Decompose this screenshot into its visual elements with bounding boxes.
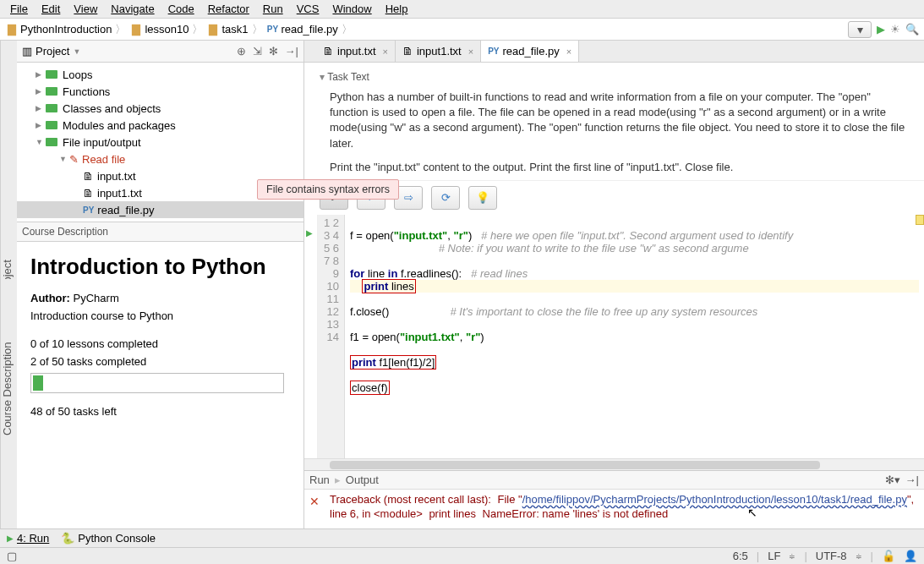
breadcrumb-task[interactable]: task1 — [221, 23, 248, 36]
breadcrumb-project[interactable]: PythonIntroduction — [20, 23, 112, 36]
collapse-all-icon[interactable]: ⇲ — [253, 45, 262, 57]
refresh-icon: ⟳ — [441, 191, 451, 204]
search-icon[interactable]: 🔍 — [905, 23, 919, 36]
hint-button[interactable]: 💡 — [468, 186, 497, 210]
traceback-code-line: print lines — [429, 507, 476, 520]
python-console-icon: 🐍 — [61, 532, 74, 545]
left-tool-strip-2[interactable]: Course Description — [0, 279, 17, 499]
python-file-icon: PY — [488, 47, 499, 56]
menu-view[interactable]: View — [67, 1, 104, 17]
lesson-icon — [46, 87, 57, 96]
refresh-task-button[interactable]: ⟳ — [431, 186, 460, 210]
run-config-dropdown[interactable]: ▾ — [848, 21, 872, 38]
tab-read-file-py[interactable]: PYread_file.py× — [481, 41, 579, 62]
run-tab[interactable]: Run — [309, 474, 330, 486]
dropdown-icon[interactable]: ▼ — [73, 47, 80, 56]
error-stripe-warning[interactable] — [916, 215, 924, 225]
code-editor[interactable]: ▶ 1 2 3 4 5 6 7 8 9 10 11 12 13 14 f = o… — [304, 215, 924, 458]
task-paragraph-2: Print the "input.txt" content to the out… — [330, 160, 909, 175]
breadcrumb-sep-icon: 〉 — [115, 22, 126, 37]
close-icon[interactable]: ✕ — [309, 495, 325, 508]
tree-node-modules[interactable]: ▶Modules and packages — [17, 117, 303, 134]
menu-help[interactable]: Help — [379, 1, 415, 17]
menu-navigate[interactable]: Navigate — [104, 1, 161, 17]
author-label: Author: — [30, 292, 70, 304]
menu-window[interactable]: Window — [325, 1, 378, 17]
close-icon[interactable]: × — [468, 47, 473, 57]
run-button-icon[interactable]: ▶ — [877, 23, 885, 36]
tree-node-readfile[interactable]: ▼✎Read file — [17, 151, 303, 167]
folder-icon: ▇ — [129, 23, 143, 36]
tree-node-fileio[interactable]: ▼File input/output — [17, 134, 303, 151]
task-paragraph-1: Python has a number of built-in function… — [330, 90, 909, 151]
traceback-error-line: NameError: name 'lines' is not defined — [483, 507, 669, 520]
menu-edit[interactable]: Edit — [35, 1, 67, 17]
tab-input-txt[interactable]: 🗎input.txt× — [316, 41, 396, 62]
cursor-position[interactable]: 6:5 — [733, 550, 748, 562]
separator-icon: ▸ — [335, 474, 341, 486]
menu-code[interactable]: Code — [161, 1, 201, 17]
gear-icon[interactable]: ✻ — [269, 45, 278, 57]
tree-node-functions[interactable]: ▶Functions — [17, 83, 303, 100]
breadcrumb-sep-icon: 〉 — [252, 22, 263, 37]
scrollbar-thumb[interactable] — [330, 461, 820, 469]
file-encoding[interactable]: UTF-8 — [816, 550, 847, 562]
output-tab[interactable]: Output — [346, 474, 379, 486]
run-tool-window: Run ▸ Output ✻▾ →| ✕ Traceback (most rec… — [304, 470, 924, 528]
console-output[interactable]: Traceback (most recent call last): File … — [330, 490, 924, 528]
course-description-tool-tab[interactable]: Course Description — [1, 342, 14, 436]
course-description-panel: Introduction to Python Author: PyCharm I… — [17, 242, 303, 435]
bulb-icon: 💡 — [476, 191, 489, 204]
course-title: Introduction to Python — [30, 254, 290, 280]
run-gutter: ▶ — [304, 215, 318, 458]
run-line-icon[interactable]: ▶ — [306, 228, 317, 238]
breadcrumb-lesson[interactable]: lesson10 — [145, 23, 189, 36]
horizontal-scrollbar[interactable] — [304, 458, 924, 470]
tab-input1-txt[interactable]: 🗎input1.txt× — [396, 41, 481, 62]
tool-window-run[interactable]: ▶4: Run — [7, 532, 49, 545]
close-icon[interactable]: × — [383, 47, 388, 57]
tool-window-python-console[interactable]: 🐍Python Console — [61, 532, 156, 545]
update-icon[interactable]: ☀ — [890, 23, 900, 36]
lesson-icon — [46, 138, 57, 146]
arrow-right-icon: ⇨ — [404, 191, 413, 204]
bottom-tool-window-bar: ▶4: Run 🐍Python Console — [0, 528, 924, 547]
code-content[interactable]: f = open("input.txt", "r") # here we ope… — [345, 215, 924, 458]
project-panel-title[interactable]: Project — [36, 45, 69, 57]
lock-icon[interactable]: 🔓 — [882, 550, 895, 562]
scroll-from-source-icon[interactable]: ⊕ — [237, 45, 246, 57]
traceback-file-link[interactable]: /home/filippov/PycharmProjects/PythonInt… — [522, 493, 907, 506]
task-text-header[interactable]: Task Text — [320, 71, 909, 83]
breadcrumb-sep-icon: 〉 — [342, 22, 353, 37]
menu-run[interactable]: Run — [256, 1, 290, 17]
breadcrumb-file[interactable]: read_file.py — [282, 23, 338, 36]
left-panel: ▥ Project ▼ ⊕ ⇲ ✻ →| ▶Loops ▶Functions ▶… — [17, 41, 304, 528]
text-file-icon: 🗎 — [83, 170, 94, 183]
chevron-icon: ≑ — [789, 552, 796, 561]
text-file-icon: 🗎 — [323, 45, 334, 57]
hide-icon[interactable]: →| — [285, 45, 298, 57]
gear-icon[interactable]: ✻▾ — [885, 474, 900, 486]
course-description-header: Course Description — [17, 222, 303, 242]
menu-file[interactable]: File — [3, 1, 35, 17]
line-separator[interactable]: LF — [768, 550, 780, 562]
python-file-icon: PY — [83, 205, 94, 215]
close-icon[interactable]: × — [566, 47, 571, 57]
tree-node-read-file-py[interactable]: PYread_file.py — [17, 201, 303, 218]
menu-vcs[interactable]: VCS — [290, 1, 326, 17]
project-view-icon: ▥ — [22, 45, 32, 57]
traceback-file-prefix: File " — [498, 493, 522, 506]
inspection-icon[interactable]: 👤 — [904, 550, 917, 562]
status-bar: ▢ 6:5| LF ≑| UTF-8 ≑| 🔓 👤 — [0, 547, 924, 564]
tree-node-loops[interactable]: ▶Loops — [17, 66, 303, 83]
run-panel-header: Run ▸ Output ✻▾ →| — [304, 471, 924, 490]
tree-node-classes[interactable]: ▶Classes and objects — [17, 100, 303, 117]
syntax-error-tooltip: File contains syntax errors — [257, 179, 399, 200]
breadcrumb-sep-icon: 〉 — [192, 22, 203, 37]
status-icon[interactable]: ▢ — [7, 550, 17, 562]
hide-icon[interactable]: →| — [905, 474, 919, 486]
menu-refactor[interactable]: Refactor — [201, 1, 256, 17]
tasks-left: 48 of 50 tasks left — [30, 405, 290, 418]
run-gutter-actions: ✕ — [304, 490, 330, 528]
author-name: PyCharm — [74, 292, 119, 304]
